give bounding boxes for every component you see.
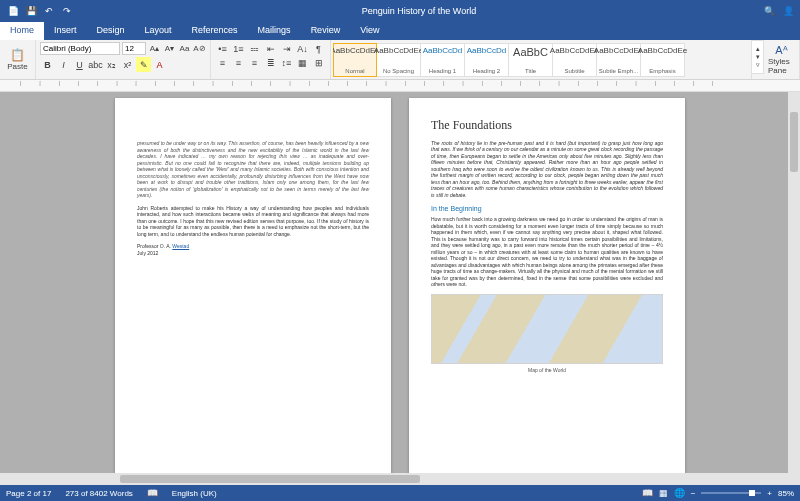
align-center-button[interactable]: ≡ bbox=[231, 56, 246, 70]
align-left-button[interactable]: ≡ bbox=[215, 56, 230, 70]
style-preview: AaBbCcDdEe bbox=[550, 46, 599, 55]
quick-access-toolbar: 📄 💾 ↶ ↷ bbox=[0, 4, 74, 18]
redo-button[interactable]: ↷ bbox=[60, 4, 74, 18]
language-indicator[interactable]: English (UK) bbox=[172, 489, 217, 498]
paste-group[interactable]: 📋 Paste bbox=[0, 40, 36, 79]
strikethrough-button[interactable]: abc bbox=[88, 57, 103, 72]
paste-button-label: Paste bbox=[7, 62, 27, 71]
web-layout-button[interactable]: 🌐 bbox=[674, 488, 685, 498]
style-label: Heading 1 bbox=[429, 68, 456, 74]
italic-button[interactable]: I bbox=[56, 57, 71, 72]
tab-design[interactable]: Design bbox=[87, 22, 135, 40]
superscript-button[interactable]: x² bbox=[120, 57, 135, 72]
grow-font-button[interactable]: A▴ bbox=[148, 42, 161, 55]
tab-home[interactable]: Home bbox=[0, 22, 44, 40]
user-icon[interactable]: 👤 bbox=[783, 6, 794, 16]
subscript-button[interactable]: x₂ bbox=[104, 57, 119, 72]
spellcheck-icon[interactable]: 📖 bbox=[147, 488, 158, 498]
document-canvas[interactable]: presumed to be under way or on its way. … bbox=[0, 92, 800, 485]
read-mode-button[interactable]: 📖 bbox=[642, 488, 653, 498]
vertical-scrollbar[interactable] bbox=[788, 92, 800, 485]
title-right-controls: 🔍 👤 bbox=[764, 6, 800, 16]
line-spacing-button[interactable]: ↕≡ bbox=[279, 56, 294, 70]
page1-signature: Professor O. A. Westad July 2012 bbox=[137, 243, 369, 256]
align-right-button[interactable]: ≡ bbox=[247, 56, 262, 70]
indent-button[interactable]: ⇥ bbox=[279, 42, 294, 56]
style-emphasis[interactable]: AaBbCcDdEeEmphasis bbox=[641, 43, 685, 77]
style-subtitle[interactable]: AaBbCcDdEeSubtitle bbox=[553, 43, 597, 77]
styles-pane-button[interactable]: Aᴬ Styles Pane bbox=[764, 40, 800, 79]
undo-button[interactable]: ↶ bbox=[42, 4, 56, 18]
outdent-button[interactable]: ⇤ bbox=[263, 42, 278, 56]
style-preview: AaBbCcDdEe bbox=[594, 46, 643, 55]
style-heading-1[interactable]: AaBbCcDdHeading 1 bbox=[421, 43, 465, 77]
multilevel-button[interactable]: ⩶ bbox=[247, 42, 262, 56]
styles-gallery-scroll[interactable]: ▴ ▾ ▿ bbox=[752, 40, 764, 74]
font-size-select[interactable] bbox=[122, 42, 146, 55]
zoom-out-button[interactable]: − bbox=[691, 489, 696, 498]
bold-button[interactable]: B bbox=[40, 57, 55, 72]
styles-group: AaBbCcDdEeNormalAaBbCcDdEeNo SpacingAaBb… bbox=[331, 40, 752, 79]
document-title: Penguin History of the World bbox=[74, 6, 764, 16]
shading-button[interactable]: ▦ bbox=[295, 56, 310, 70]
chapter-intro: The roots of history lie in the pre-huma… bbox=[431, 140, 663, 199]
vertical-scroll-thumb[interactable] bbox=[790, 112, 798, 172]
app-icon[interactable]: 📄 bbox=[6, 4, 20, 18]
tab-mailings[interactable]: Mailings bbox=[248, 22, 301, 40]
ribbon-tabs: HomeInsertDesignLayoutReferencesMailings… bbox=[0, 22, 800, 40]
highlight-button[interactable]: ✎ bbox=[136, 57, 151, 72]
underline-button[interactable]: U bbox=[72, 57, 87, 72]
chapter-title: The Foundations bbox=[431, 118, 663, 134]
horizontal-ruler[interactable]: | | | | | | | | | | | | | | | | | | | | … bbox=[0, 80, 800, 92]
chevron-down-icon[interactable]: ▾ bbox=[756, 53, 760, 61]
zoom-slider-knob[interactable] bbox=[749, 490, 755, 496]
font-name-select[interactable] bbox=[40, 42, 120, 55]
style-preview: AaBbCcDdEe bbox=[638, 46, 687, 55]
tab-insert[interactable]: Insert bbox=[44, 22, 87, 40]
word-count[interactable]: 273 of 8402 Words bbox=[65, 489, 132, 498]
style-label: Title bbox=[525, 68, 536, 74]
tab-references[interactable]: References bbox=[182, 22, 248, 40]
style-normal[interactable]: AaBbCcDdEeNormal bbox=[333, 43, 377, 77]
style-title[interactable]: AaBbCTitle bbox=[509, 43, 553, 77]
tab-layout[interactable]: Layout bbox=[135, 22, 182, 40]
status-bar: Page 2 of 17 273 of 8402 Words 📖 English… bbox=[0, 485, 800, 501]
signature-prefix: Professor O. A. bbox=[137, 243, 172, 249]
styles-pane-icon: Aᴬ bbox=[775, 44, 787, 57]
shrink-font-button[interactable]: A▾ bbox=[163, 42, 176, 55]
style-label: Emphasis bbox=[649, 68, 675, 74]
paragraph-group: •≡ 1≡ ⩶ ⇤ ⇥ A↓ ¶ ≡ ≡ ≡ ≣ ↕≡ ▦ ⊞ bbox=[211, 40, 331, 79]
zoom-level[interactable]: 85% bbox=[778, 489, 794, 498]
gallery-expand-icon[interactable]: ▿ bbox=[756, 61, 760, 69]
horizontal-scroll-thumb[interactable] bbox=[120, 475, 420, 483]
tab-view[interactable]: View bbox=[350, 22, 389, 40]
zoom-in-button[interactable]: + bbox=[767, 489, 772, 498]
style-label: No Spacing bbox=[383, 68, 414, 74]
page-counter[interactable]: Page 2 of 17 bbox=[6, 489, 51, 498]
search-icon[interactable]: 🔍 bbox=[764, 6, 775, 16]
save-button[interactable]: 💾 bbox=[24, 4, 38, 18]
horizontal-scrollbar[interactable] bbox=[0, 473, 788, 485]
font-color-button[interactable]: A bbox=[152, 57, 167, 72]
style-preview: AaBbC bbox=[513, 46, 548, 58]
paragraph-marks-button[interactable]: ¶ bbox=[311, 42, 326, 56]
change-case-button[interactable]: Aa bbox=[178, 42, 191, 55]
print-layout-button[interactable]: ▦ bbox=[659, 488, 668, 498]
style-label: Normal bbox=[345, 68, 364, 74]
justify-button[interactable]: ≣ bbox=[263, 56, 278, 70]
clear-formatting-button[interactable]: A⊘ bbox=[193, 42, 206, 55]
map-image bbox=[431, 294, 663, 364]
style-no-spacing[interactable]: AaBbCcDdEeNo Spacing bbox=[377, 43, 421, 77]
sort-button[interactable]: A↓ bbox=[295, 42, 310, 56]
zoom-slider[interactable] bbox=[701, 492, 761, 494]
font-group: A▴ A▾ Aa A⊘ B I U abc x₂ x² ✎ A bbox=[36, 40, 211, 79]
chevron-up-icon[interactable]: ▴ bbox=[756, 45, 760, 53]
style-label: Subtle Emph... bbox=[599, 68, 638, 74]
bullets-button[interactable]: •≡ bbox=[215, 42, 230, 56]
numbering-button[interactable]: 1≡ bbox=[231, 42, 246, 56]
style-heading-2[interactable]: AaBbCcDdHeading 2 bbox=[465, 43, 509, 77]
style-subtle-emph-[interactable]: AaBbCcDdEeSubtle Emph... bbox=[597, 43, 641, 77]
tab-review[interactable]: Review bbox=[301, 22, 351, 40]
styles-gallery[interactable]: AaBbCcDdEeNormalAaBbCcDdEeNo SpacingAaBb… bbox=[333, 42, 751, 77]
borders-button[interactable]: ⊞ bbox=[311, 56, 326, 70]
